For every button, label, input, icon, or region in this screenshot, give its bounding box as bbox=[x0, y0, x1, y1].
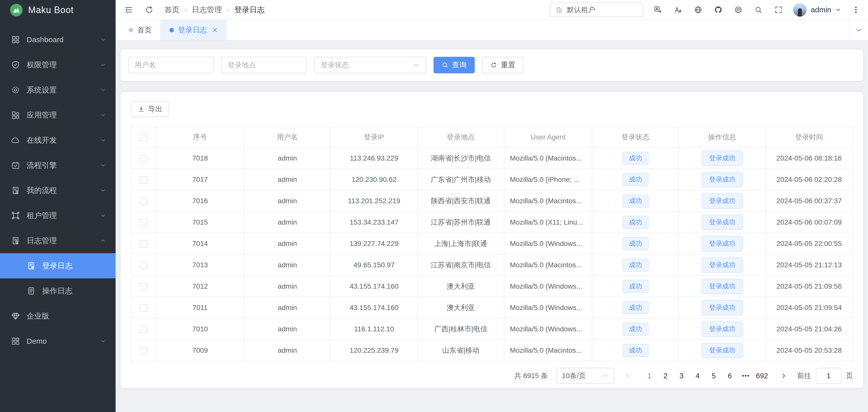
row-status-cell: 成功 bbox=[592, 297, 679, 318]
reset-button[interactable]: 重置 bbox=[482, 57, 524, 73]
fullscreen-button[interactable] bbox=[773, 4, 784, 15]
more-settings-icon[interactable] bbox=[850, 4, 862, 15]
row-ip-cell: 153.34.233.147 bbox=[331, 212, 417, 233]
row-operation-cell: 登录成功 bbox=[679, 169, 766, 190]
row-username-cell: admin bbox=[244, 340, 331, 361]
globe-button[interactable] bbox=[692, 4, 704, 15]
page-number-692[interactable]: 692 bbox=[754, 368, 770, 384]
sidebar-subitem-操作日志[interactable]: 操作日志 bbox=[0, 278, 116, 304]
translate-button[interactable] bbox=[652, 4, 663, 15]
row-time-cell: 2024-05-06 00:37:37 bbox=[766, 190, 853, 212]
page-number-2[interactable]: 2 bbox=[657, 368, 674, 384]
page-number-5[interactable]: 5 bbox=[706, 368, 722, 384]
next-page-button[interactable] bbox=[777, 368, 790, 384]
sidebar-item-企业版[interactable]: 企业版 bbox=[0, 304, 116, 328]
operation-badge: 登录成功 bbox=[702, 321, 743, 337]
goto-label: 前往 bbox=[797, 371, 811, 381]
user-menu[interactable]: admin bbox=[793, 3, 841, 17]
breadcrumb-separator-icon: › bbox=[227, 6, 229, 14]
breadcrumb-log-management[interactable]: 日志管理 bbox=[192, 5, 222, 15]
row-checkbox[interactable] bbox=[140, 261, 147, 269]
row-status-cell: 成功 bbox=[592, 212, 679, 233]
sidebar-item-流程引擎[interactable]: 流程引擎 bbox=[0, 153, 116, 178]
github-button[interactable] bbox=[713, 4, 724, 15]
row-ip-cell: 43.155.174.160 bbox=[331, 276, 417, 297]
row-time-cell: 2024-05-05 22:00:55 bbox=[766, 233, 853, 254]
table-row: 7016admin113.201.252.219陕西省|西安市|联通Mozill… bbox=[131, 190, 853, 212]
row-username-cell: admin bbox=[244, 190, 331, 212]
row-no-cell: 7018 bbox=[156, 148, 244, 169]
row-checkbox[interactable] bbox=[140, 197, 147, 205]
gear-icon bbox=[11, 86, 20, 94]
page-number-1[interactable]: 1 bbox=[641, 368, 657, 384]
row-username-cell: admin bbox=[244, 233, 331, 254]
sidebar-item-Dashboard[interactable]: Dashboard bbox=[0, 27, 116, 52]
sidebar-subitem-登录日志[interactable]: 登录日志 bbox=[0, 253, 116, 278]
more-pages-button[interactable]: ••• bbox=[738, 368, 754, 384]
table-row: 7015admin153.34.233.147江苏省|苏州市|联通Mozilla… bbox=[131, 212, 853, 233]
page-number-4[interactable]: 4 bbox=[689, 368, 706, 384]
tab-首页[interactable]: 首页 bbox=[120, 20, 161, 40]
menu-fold-icon[interactable] bbox=[123, 4, 134, 15]
row-checkbox[interactable] bbox=[140, 176, 147, 184]
column-header-operation: 操作信息 bbox=[679, 127, 766, 148]
page-number-3[interactable]: 3 bbox=[674, 368, 689, 384]
tab-dot-icon bbox=[129, 28, 133, 32]
avatar bbox=[793, 3, 807, 17]
chevron-down-icon bbox=[100, 62, 106, 68]
row-operation-cell: 登录成功 bbox=[679, 276, 766, 297]
font-size-button[interactable] bbox=[673, 4, 684, 15]
login-location-input[interactable] bbox=[221, 57, 307, 73]
row-checkbox[interactable] bbox=[140, 240, 147, 248]
prev-page-button[interactable] bbox=[621, 368, 635, 384]
row-no-cell: 7011 bbox=[156, 297, 244, 318]
gitee-button[interactable] bbox=[733, 4, 744, 15]
row-username-cell: admin bbox=[244, 276, 331, 297]
apps-icon bbox=[11, 110, 20, 120]
chevron-down-icon bbox=[835, 7, 841, 13]
close-icon[interactable]: ✕ bbox=[212, 26, 218, 34]
sidebar-item-日志管理[interactable]: 日志管理 bbox=[0, 228, 116, 253]
username-input[interactable] bbox=[128, 57, 214, 73]
row-checkbox[interactable] bbox=[140, 283, 147, 290]
breadcrumb-home[interactable]: 首页 bbox=[164, 5, 180, 15]
row-checkbox[interactable] bbox=[140, 219, 147, 226]
search-icon bbox=[754, 5, 763, 14]
tenant-select[interactable]: 默认租户 bbox=[550, 2, 643, 17]
table-row: 7014admin139.227.74.229上海|上海市|联通Mozilla/… bbox=[131, 233, 853, 254]
login-status-select[interactable]: 登录状态 bbox=[314, 57, 426, 73]
row-location-cell: 广西|桂林市|电信 bbox=[417, 318, 504, 340]
row-checkbox[interactable] bbox=[140, 325, 147, 333]
row-select-cell bbox=[131, 148, 156, 169]
row-time-cell: 2024-05-05 21:04:26 bbox=[766, 318, 853, 340]
sidebar-subitem-label: 操作日志 bbox=[42, 286, 72, 296]
row-time-cell: 2024-05-05 20:53:28 bbox=[766, 340, 853, 361]
cloud-icon bbox=[11, 136, 20, 145]
refresh-icon[interactable] bbox=[144, 4, 155, 15]
logo-mountain-icon bbox=[10, 4, 23, 16]
tab-登录日志[interactable]: 登录日志✕ bbox=[161, 20, 227, 40]
goto-page-input[interactable] bbox=[816, 368, 841, 384]
tab-actions-dropdown[interactable] bbox=[849, 20, 868, 40]
row-checkbox[interactable] bbox=[140, 155, 147, 162]
operation-badge: 登录成功 bbox=[702, 343, 743, 358]
page-size-select[interactable]: 10条/页 bbox=[556, 368, 614, 384]
sidebar-item-Demo[interactable]: Demo bbox=[0, 328, 116, 354]
sidebar-item-租户管理[interactable]: 租户管理 bbox=[0, 203, 116, 228]
sidebar-item-系统设置[interactable]: 系统设置 bbox=[0, 77, 116, 102]
select-all-checkbox[interactable] bbox=[140, 134, 147, 141]
search-button[interactable]: 查询 bbox=[434, 57, 475, 73]
row-checkbox[interactable] bbox=[140, 304, 147, 312]
sidebar-item-在线开发[interactable]: 在线开发 bbox=[0, 128, 116, 153]
row-username-cell: admin bbox=[244, 169, 331, 190]
sidebar-item-权限管理[interactable]: 权限管理 bbox=[0, 52, 116, 77]
translate-icon bbox=[654, 5, 662, 14]
app-logo[interactable]: Maku Boot bbox=[0, 0, 116, 20]
export-button[interactable]: 导出 bbox=[131, 101, 169, 117]
sidebar-item-应用管理[interactable]: 应用管理 bbox=[0, 102, 116, 128]
sidebar-subitem-label: 登录日志 bbox=[42, 261, 72, 271]
sidebar-item-我的流程[interactable]: 我的流程 bbox=[0, 178, 116, 203]
row-checkbox[interactable] bbox=[140, 347, 147, 354]
page-number-6[interactable]: 6 bbox=[722, 368, 738, 384]
search-button[interactable] bbox=[753, 4, 764, 15]
